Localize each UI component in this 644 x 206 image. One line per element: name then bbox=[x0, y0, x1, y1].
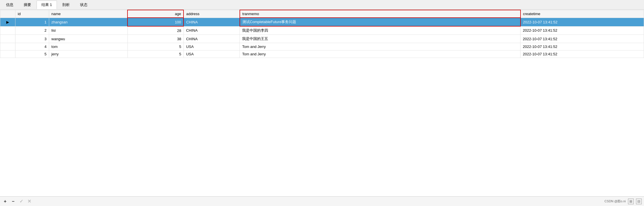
branding-text: CSDN @图o.ni bbox=[605, 199, 626, 203]
result-table: idnameageaddresstranmemocreatetime ▶1zha… bbox=[0, 10, 644, 58]
row-selector-3 bbox=[0, 35, 15, 43]
tab-analysis[interactable]: 剖析 bbox=[57, 1, 75, 9]
cell-age: 5 bbox=[127, 51, 184, 58]
remove-button[interactable]: − bbox=[10, 199, 16, 204]
row-selector-4 bbox=[0, 43, 15, 51]
row-selector-5 bbox=[0, 51, 15, 58]
row-arrow: ▶ bbox=[6, 20, 9, 24]
cell-id: 5 bbox=[15, 51, 49, 58]
cancel-button[interactable]: ✕ bbox=[26, 199, 32, 204]
header-age[interactable]: age bbox=[127, 10, 184, 18]
cell-createtime: 2022-10-07 13:41:52 bbox=[521, 26, 644, 35]
confirm-button[interactable]: ✓ bbox=[18, 199, 24, 204]
cell-age: 28 bbox=[127, 26, 184, 35]
tab-summary[interactable]: 摘要 bbox=[19, 1, 36, 9]
cell-age: 100 bbox=[127, 18, 184, 26]
cell-address: USA bbox=[184, 51, 240, 58]
cell-tranmemo: 测试CompletableFuture事务问题 bbox=[240, 18, 521, 26]
tab-status[interactable]: 状态 bbox=[75, 1, 92, 9]
table-row[interactable]: ▶1zhangsan100CHINA测试CompletableFuture事务问… bbox=[0, 18, 644, 26]
header-tranmemo[interactable]: tranmemo bbox=[240, 10, 521, 18]
cell-name: lisi bbox=[49, 26, 127, 35]
row-selector-2 bbox=[0, 26, 15, 35]
cell-createtime: 2022-10-07 13:41:52 bbox=[521, 51, 644, 58]
table-row[interactable]: 4tom5USATom and Jerry2022-10-07 13:41:52 bbox=[0, 43, 644, 51]
tab-bar: 信息摘要结果 1剖析状态 bbox=[0, 0, 644, 10]
cell-name: tom bbox=[49, 43, 127, 51]
table-row[interactable]: 2lisi28CHINA我是中国的李四2022-10-07 13:41:52 bbox=[0, 26, 644, 35]
cell-name: zhangsan bbox=[49, 18, 127, 26]
main-content: idnameageaddresstranmemocreatetime ▶1zha… bbox=[0, 10, 644, 206]
cell-address: CHINA bbox=[184, 35, 240, 43]
header-id[interactable]: id bbox=[15, 10, 49, 18]
tab-info[interactable]: 信息 bbox=[1, 1, 18, 9]
table-container[interactable]: idnameageaddresstranmemocreatetime ▶1zha… bbox=[0, 10, 644, 196]
cell-id: 2 bbox=[15, 26, 49, 35]
toolbar-left: + − ✓ ✕ bbox=[2, 199, 32, 204]
header-row-selector bbox=[0, 10, 15, 18]
add-button[interactable]: + bbox=[2, 199, 8, 204]
cell-tranmemo: Tom and Jerry bbox=[240, 51, 521, 58]
bottom-toolbar: + − ✓ ✕ CSDN @图o.ni ⊞ ⊟ bbox=[0, 196, 644, 206]
cell-age: 38 bbox=[127, 35, 184, 43]
header-address[interactable]: address bbox=[184, 10, 240, 18]
cell-address: CHINA bbox=[184, 26, 240, 35]
cell-createtime: 2022-10-07 13:41:52 bbox=[521, 18, 644, 26]
cell-address: USA bbox=[184, 43, 240, 51]
cell-createtime: 2022-10-07 13:41:52 bbox=[521, 35, 644, 43]
table-header: idnameageaddresstranmemocreatetime bbox=[0, 10, 644, 18]
table-row[interactable]: 3wangwu38CHINA我是中国的王五2022-10-07 13:41:52 bbox=[0, 35, 644, 43]
cell-id: 1 bbox=[15, 18, 49, 26]
cell-name: jerry bbox=[49, 51, 127, 58]
table-row[interactable]: 5jerry5USATom and Jerry2022-10-07 13:41:… bbox=[0, 51, 644, 58]
cell-tranmemo: 我是中国的王五 bbox=[240, 35, 521, 43]
cell-tranmemo: Tom and Jerry bbox=[240, 43, 521, 51]
grid-view-button[interactable]: ⊞ bbox=[628, 199, 634, 204]
cell-createtime: 2022-10-07 13:41:52 bbox=[521, 43, 644, 51]
header-createtime[interactable]: createtime bbox=[521, 10, 644, 18]
cell-id: 3 bbox=[15, 35, 49, 43]
cell-id: 4 bbox=[15, 43, 49, 51]
cell-age: 5 bbox=[127, 43, 184, 51]
toolbar-right: CSDN @图o.ni ⊞ ⊟ bbox=[605, 199, 642, 204]
row-selector-1: ▶ bbox=[0, 18, 15, 26]
header-name[interactable]: name bbox=[49, 10, 127, 18]
table-body: ▶1zhangsan100CHINA测试CompletableFuture事务问… bbox=[0, 18, 644, 58]
layout-view-button[interactable]: ⊟ bbox=[636, 199, 642, 204]
tab-result1[interactable]: 结果 1 bbox=[37, 1, 57, 9]
cell-address: CHINA bbox=[184, 18, 240, 26]
cell-name: wangwu bbox=[49, 35, 127, 43]
cell-tranmemo: 我是中国的李四 bbox=[240, 26, 521, 35]
